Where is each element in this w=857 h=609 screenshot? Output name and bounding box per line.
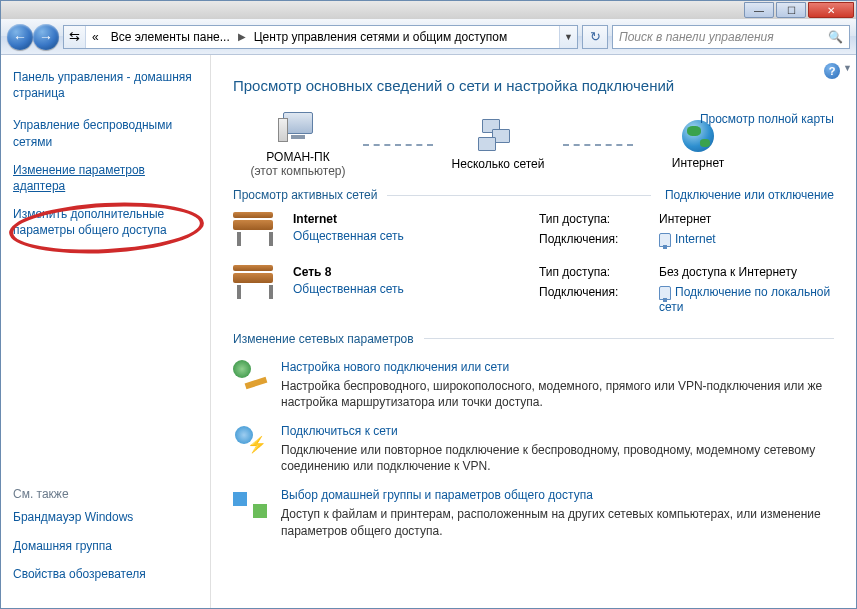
breadcrumb-item[interactable]: Все элементы пане... — [105, 26, 236, 48]
maximize-button[interactable]: ☐ — [776, 2, 806, 18]
network-type-link[interactable]: Общественная сеть — [293, 229, 523, 243]
internet-label: Интернет — [633, 156, 763, 170]
access-type-label: Тип доступа: — [539, 212, 649, 226]
settings-title[interactable]: Выбор домашней группы и параметров общег… — [281, 488, 834, 502]
settings-title[interactable]: Настройка нового подключения или сети — [281, 360, 834, 374]
active-networks-heading: Просмотр активных сетей Подключение или … — [233, 188, 834, 202]
refresh-button[interactable]: ↻ — [582, 25, 608, 49]
search-input[interactable]: Поиск в панели управления 🔍 — [612, 25, 850, 49]
search-icon[interactable]: 🔍 — [828, 30, 843, 44]
sidebar-link-firewall[interactable]: Брандмауэр Windows — [13, 509, 198, 525]
titlebar: — ☐ ✕ — [1, 1, 856, 19]
map-connector — [563, 144, 633, 146]
body: Панель управления - домашняя страница Уп… — [1, 55, 856, 608]
new-connection-icon — [233, 360, 267, 390]
sidebar: Панель управления - домашняя страница Уп… — [1, 55, 211, 608]
network-settings-heading: Изменение сетевых параметров — [233, 332, 834, 346]
back-button[interactable]: ← — [7, 24, 33, 50]
sidebar-footer: См. также Брандмауэр Windows Домашняя гр… — [13, 487, 198, 594]
computer-icon — [278, 112, 318, 146]
breadcrumb-item[interactable]: Центр управления сетями и общим доступом — [248, 26, 514, 48]
network-card: Internet Общественная сеть Тип доступа: … — [233, 212, 834, 247]
search-placeholder: Поиск в панели управления — [619, 30, 774, 44]
access-type-value: Интернет — [659, 212, 834, 226]
settings-desc: Доступ к файлам и принтерам, расположенн… — [281, 506, 834, 538]
window: — ☐ ✕ ← → ⇆ « Все элементы пане... ▶ Цен… — [0, 0, 857, 609]
connections-label: Подключения: — [539, 285, 649, 314]
minimize-button[interactable]: — — [744, 2, 774, 18]
sidebar-link-wireless[interactable]: Управление беспроводными сетями — [13, 117, 198, 149]
close-button[interactable]: ✕ — [808, 2, 854, 18]
settings-desc: Настройка беспроводного, широкополосного… — [281, 378, 834, 410]
networks-icon — [478, 119, 518, 153]
map-node-internet[interactable]: Интернет — [633, 120, 763, 170]
nav-toolbar: ← → ⇆ « Все элементы пане... ▶ Центр упр… — [1, 19, 856, 55]
sidebar-link-internet-options[interactable]: Свойства обозревателя — [13, 566, 198, 582]
nav-buttons: ← → — [7, 24, 59, 50]
bench-icon — [233, 265, 277, 299]
pc-subtitle: (этот компьютер) — [233, 164, 363, 178]
settings-title[interactable]: Подключиться к сети — [281, 424, 834, 438]
settings-desc: Подключение или повторное подключение к … — [281, 442, 834, 474]
ethernet-icon — [659, 233, 671, 247]
sidebar-home-link[interactable]: Панель управления - домашняя страница — [13, 69, 198, 101]
see-also-heading: См. также — [13, 487, 198, 501]
access-type-label: Тип доступа: — [539, 265, 649, 279]
pc-name: РОМАН-ПК — [233, 150, 363, 164]
network-name: Сеть 8 — [293, 265, 523, 279]
address-dropdown[interactable]: ▼ — [559, 26, 577, 48]
map-connector — [363, 144, 433, 146]
bench-icon — [233, 212, 277, 246]
networks-label: Несколько сетей — [433, 157, 563, 171]
connect-disconnect-link[interactable]: Подключение или отключение — [665, 188, 834, 202]
ethernet-icon — [659, 286, 671, 300]
network-name: Internet — [293, 212, 523, 226]
connections-label: Подключения: — [539, 232, 649, 247]
settings-item-homegroup[interactable]: Выбор домашней группы и параметров общег… — [233, 488, 834, 538]
homegroup-icon — [233, 488, 267, 518]
settings-item-new-connection[interactable]: Настройка нового подключения или сети На… — [233, 360, 834, 410]
access-type-value: Без доступа к Интернету — [659, 265, 834, 279]
full-map-link[interactable]: Просмотр полной карты — [700, 112, 834, 126]
divider — [424, 338, 834, 339]
map-node-pc[interactable]: РОМАН-ПК (этот компьютер) — [233, 112, 363, 178]
sidebar-link-sharing[interactable]: Изменить дополнительные параметры общего… — [13, 206, 198, 238]
chevron-right-icon[interactable]: ▶ — [236, 31, 248, 42]
connection-link[interactable]: Internet — [659, 232, 834, 247]
settings-item-connect[interactable]: ⚡ Подключиться к сети Подключение или по… — [233, 424, 834, 474]
network-type-link[interactable]: Общественная сеть — [293, 282, 523, 296]
help-icon[interactable]: ? — [824, 63, 840, 79]
address-bar[interactable]: ⇆ « Все элементы пане... ▶ Центр управле… — [63, 25, 578, 49]
network-map: РОМАН-ПК (этот компьютер) Несколько сете… — [233, 112, 834, 178]
heading-text: Изменение сетевых параметров — [233, 332, 414, 346]
network-icon: ⇆ — [64, 26, 86, 48]
chevron-down-icon: ▼ — [843, 63, 852, 73]
map-node-networks[interactable]: Несколько сетей — [433, 119, 563, 171]
network-card: Сеть 8 Общественная сеть Тип доступа: Бе… — [233, 265, 834, 314]
content-pane: ? ▼ Просмотр основных сведений о сети и … — [211, 55, 856, 608]
sidebar-link-homegroup[interactable]: Домашняя группа — [13, 538, 198, 554]
forward-button[interactable]: → — [33, 24, 59, 50]
connection-link[interactable]: Подключение по локальной сети — [659, 285, 834, 314]
breadcrumb-prefix[interactable]: « — [86, 26, 105, 48]
heading-text: Просмотр активных сетей — [233, 188, 377, 202]
divider — [387, 195, 651, 196]
connect-icon: ⚡ — [233, 424, 267, 454]
page-title: Просмотр основных сведений о сети и наст… — [233, 77, 834, 94]
sidebar-link-adapter[interactable]: Изменение параметров адаптера — [13, 162, 198, 194]
